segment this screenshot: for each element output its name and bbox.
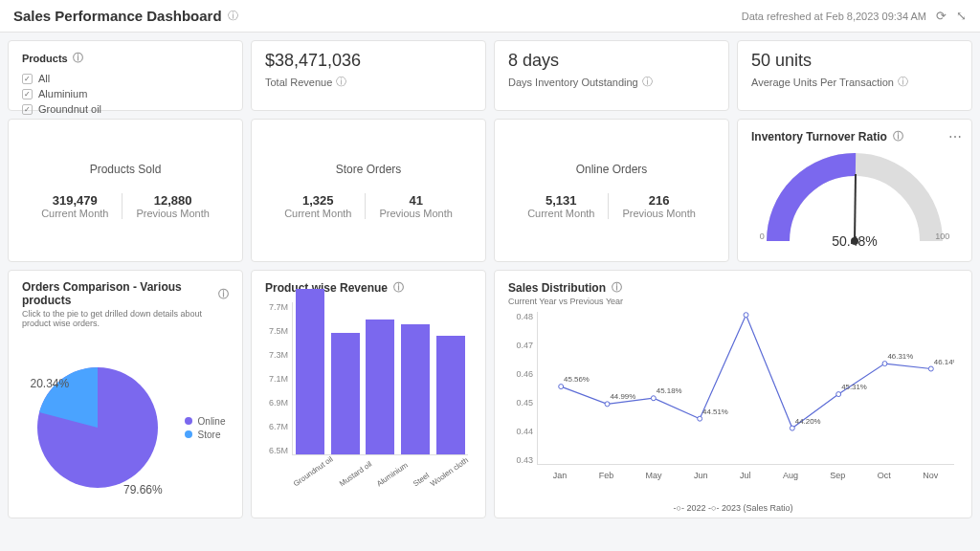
- legend-dot: [185, 430, 192, 438]
- line-subtitle: Current Year vs Previous Year: [508, 297, 958, 306]
- products-list[interactable]: ✓All ✓Aluminium ✓Groundnut oil: [22, 71, 229, 117]
- svg-text:44.99%: 44.99%: [610, 392, 635, 401]
- line-legend: -○- 2022 -○- 2023 (Sales Ratio): [508, 503, 958, 513]
- bar-chart[interactable]: 7.7M7.5M7.3M7.1M6.9M6.7M6.5M Groundnut o…: [292, 302, 468, 474]
- line-info-icon[interactable]: ⓘ: [612, 280, 622, 295]
- metric-title: Store Orders: [336, 163, 402, 176]
- kpi-value: $38,471,036: [265, 51, 472, 71]
- metric-online-orders: Online Orders 5,131Current Month 216Prev…: [494, 119, 729, 262]
- refresh-timestamp: Data refreshed at Feb 8,2023 09:34 AM: [742, 11, 926, 22]
- card-menu-icon[interactable]: ⋯: [948, 129, 962, 144]
- legend-dot: [185, 417, 192, 425]
- pie-legend: Online Store: [185, 413, 226, 443]
- svg-point-12: [882, 362, 887, 366]
- kpi-label: Total Revenue: [265, 77, 332, 88]
- svg-text:20.34%: 20.34%: [30, 377, 69, 390]
- line-title: Sales Distribution: [508, 281, 606, 295]
- refresh-icon[interactable]: ⟳: [936, 9, 947, 23]
- product-item[interactable]: ✓Groundnut oil: [22, 101, 229, 117]
- sales-line-card: Sales Distributionⓘ Current Year vs Prev…: [494, 270, 972, 518]
- svg-text:45.18%: 45.18%: [657, 386, 682, 395]
- kpi-value: 8 days: [508, 51, 715, 71]
- product-item[interactable]: ✓Aluminium: [22, 86, 229, 101]
- kpi-info-icon[interactable]: ⓘ: [336, 75, 346, 89]
- svg-text:45.31%: 45.31%: [841, 383, 867, 391]
- metric-products-sold: Products Sold 319,479Current Month 12,88…: [8, 119, 243, 262]
- checkbox-icon[interactable]: ✓: [22, 104, 33, 115]
- gauge-card: Inventory Turnover Ratioⓘ ⋯ 0100 50.48%: [737, 119, 972, 262]
- checkbox-icon[interactable]: ✓: [22, 74, 33, 84]
- svg-text:44.20%: 44.20%: [795, 417, 821, 426]
- product-item[interactable]: ✓All: [22, 71, 229, 86]
- gauge-title: Inventory Turnover Ratio: [751, 130, 887, 143]
- kpi-avg-units: 50 units Average Units Per Transactionⓘ: [737, 40, 972, 111]
- collapse-icon[interactable]: ⤡: [956, 9, 967, 23]
- gauge-value: 50.48%: [832, 233, 877, 249]
- products-info-icon[interactable]: ⓘ: [73, 51, 83, 65]
- pie-chart[interactable]: 20.34% 79.66%: [26, 356, 169, 499]
- revenue-bar-card: Product wise Revenueⓘ 7.7M7.5M7.3M7.1M6.…: [251, 270, 486, 518]
- pie-title: Orders Comparison - Various products: [22, 280, 212, 307]
- bar-title: Product wise Revenue: [265, 281, 388, 295]
- svg-point-9: [744, 313, 748, 318]
- products-filter-title: Products: [22, 53, 68, 64]
- products-filter-card: Products ⓘ ✓All ✓Aluminium ✓Groundnut oi…: [8, 40, 243, 111]
- metric-store-orders: Store Orders 1,325Current Month 41Previo…: [251, 119, 486, 262]
- line-chart[interactable]: 0.480.470.460.450.440.43 45.56%44.99%45.…: [537, 312, 954, 484]
- svg-point-6: [605, 402, 610, 407]
- svg-text:46.14%: 46.14%: [934, 357, 954, 365]
- svg-text:46.31%: 46.31%: [887, 352, 913, 361]
- svg-point-13: [928, 366, 933, 371]
- kpi-info-icon[interactable]: ⓘ: [642, 75, 653, 89]
- kpi-label: Average Units Per Transaction: [751, 77, 894, 88]
- kpi-value: 50 units: [751, 51, 958, 71]
- orders-pie-card: Orders Comparison - Various productsⓘ Cl…: [8, 270, 243, 518]
- title-info-icon[interactable]: ⓘ: [228, 9, 238, 23]
- header-bar: Sales Performance Dashboard ⓘ Data refre…: [0, 0, 980, 33]
- svg-point-11: [836, 392, 841, 397]
- svg-text:79.66%: 79.66%: [123, 483, 163, 496]
- kpi-info-icon[interactable]: ⓘ: [898, 75, 908, 89]
- svg-text:45.56%: 45.56%: [564, 375, 590, 384]
- svg-point-5: [559, 385, 564, 389]
- pie-info-icon[interactable]: ⓘ: [218, 287, 229, 301]
- gauge-info-icon[interactable]: ⓘ: [893, 129, 903, 143]
- kpi-total-revenue: $38,471,036 Total Revenueⓘ: [251, 40, 486, 111]
- metric-title: Products Sold: [90, 163, 162, 176]
- svg-point-8: [698, 416, 702, 421]
- svg-text:44.51%: 44.51%: [702, 408, 728, 416]
- metric-title: Online Orders: [576, 163, 648, 176]
- pie-subtitle: Click to the pie to get drilled down det…: [22, 309, 229, 328]
- bar-info-icon[interactable]: ⓘ: [393, 280, 404, 295]
- page-title: Sales Performance Dashboard: [13, 8, 222, 24]
- svg-point-10: [790, 426, 794, 430]
- kpi-days-inventory: 8 days Days Inventory Outstandingⓘ: [494, 40, 729, 111]
- svg-point-7: [651, 396, 656, 401]
- kpi-label: Days Inventory Outstanding: [508, 77, 638, 88]
- checkbox-icon[interactable]: ✓: [22, 89, 33, 99]
